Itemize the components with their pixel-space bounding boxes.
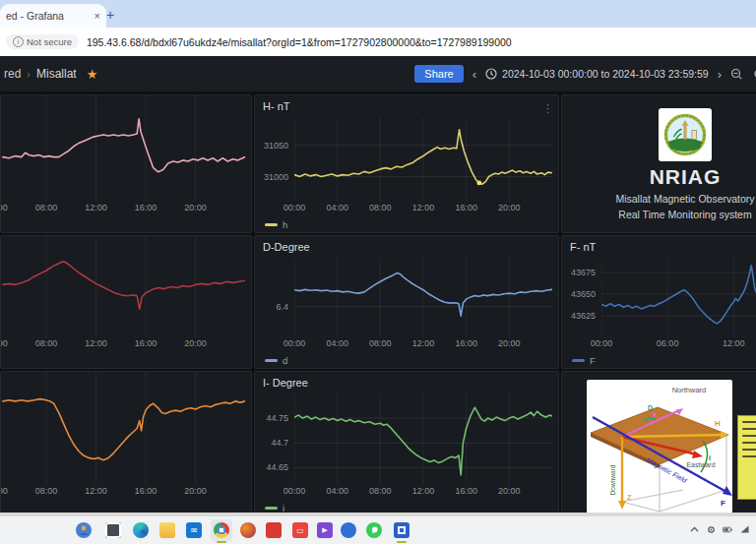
time-shift-forward-button[interactable]: › bbox=[718, 67, 722, 82]
panel-title[interactable]: I- Degree bbox=[255, 372, 558, 393]
chart-plot[interactable] bbox=[1, 95, 245, 202]
x-axis: 00:0004:0008:0012:0016:0020:00 bbox=[294, 338, 552, 352]
legend[interactable]: h bbox=[255, 216, 558, 232]
diagram-legend-box bbox=[737, 415, 756, 500]
panel-h: H- nT ⋮ 3100031050 00:0004:0008:0012:001… bbox=[254, 94, 559, 233]
nriag-logo bbox=[659, 108, 712, 161]
app-blue2-icon[interactable] bbox=[394, 522, 410, 538]
legend[interactable] bbox=[1, 216, 251, 232]
chart-plot[interactable] bbox=[294, 117, 552, 202]
y-axis: 44.6544.744.75 bbox=[255, 393, 294, 485]
label-h: H bbox=[715, 419, 721, 428]
panel-f: F- nT 436254365043675 00:0006:0012:00 F bbox=[561, 235, 756, 369]
panel-title[interactable]: D-Degree bbox=[255, 236, 558, 258]
panel-vector-diagram: Northward Eastward Downward Magnetic Fie… bbox=[561, 371, 756, 514]
panel-i: I- Degree 44.6544.744.75 00:0004:0008:00… bbox=[254, 371, 559, 514]
tab-close-icon[interactable]: × bbox=[94, 10, 100, 22]
firefox-icon[interactable] bbox=[240, 522, 256, 538]
clock-icon bbox=[485, 68, 497, 80]
app-blue-icon[interactable] bbox=[341, 522, 356, 538]
y-axis: 3100031050 bbox=[255, 117, 294, 202]
breadcrumb-folder[interactable]: red bbox=[4, 67, 21, 81]
task-view-icon[interactable] bbox=[105, 522, 121, 538]
label-northward: Northward bbox=[672, 386, 707, 394]
panel-top-left: 04:0008:0012:0016:0020:00 bbox=[0, 94, 252, 233]
chevron-up-icon[interactable] bbox=[689, 524, 699, 534]
label-d: D bbox=[648, 404, 653, 411]
x-axis: 00:0006:0012:00 bbox=[601, 338, 756, 352]
dashboard-canvas: 04:0008:0012:0016:0020:00 H- nT ⋮ 310003… bbox=[0, 91, 756, 514]
time-range-text: 2024-10-03 00:00:00 to 2024-10-03 23:59:… bbox=[502, 68, 709, 80]
label-x: X bbox=[652, 410, 658, 419]
whatsapp-icon[interactable] bbox=[366, 522, 382, 538]
label-f: F bbox=[721, 499, 725, 508]
refresh-icon[interactable] bbox=[752, 67, 756, 81]
time-range-picker[interactable]: 2024-10-03 00:00:00 to 2024-10-03 23:59:… bbox=[485, 68, 709, 80]
brand-name: NRIAG bbox=[650, 165, 722, 189]
breadcrumb-dashboard[interactable]: Misallat bbox=[36, 67, 77, 81]
edge-icon[interactable] bbox=[133, 522, 149, 538]
chart-plot[interactable] bbox=[1, 236, 245, 337]
legend[interactable]: d bbox=[255, 352, 558, 368]
user-avatar[interactable] bbox=[76, 522, 92, 538]
security-chip[interactable]: i Not secure bbox=[6, 34, 79, 49]
browser-tab-strip: ed - Grafana × + bbox=[0, 0, 756, 28]
info-icon: i bbox=[13, 36, 24, 47]
x-axis: 04:0008:0012:0016:0020:00 bbox=[1, 486, 245, 500]
legend[interactable]: F bbox=[562, 352, 756, 368]
network-icon[interactable] bbox=[739, 524, 749, 534]
favorite-star-icon[interactable]: ★ bbox=[87, 67, 98, 82]
mail-icon[interactable]: ✉ bbox=[186, 522, 202, 538]
y-axis: 436254365043675 bbox=[562, 258, 601, 337]
browser-tab[interactable]: ed - Grafana × bbox=[0, 4, 106, 28]
browser-url-bar[interactable]: i Not secure 195.43.6.68/d/bdxl67u6ukdz4… bbox=[0, 28, 756, 57]
chart-plot[interactable] bbox=[294, 393, 552, 485]
legend[interactable] bbox=[1, 352, 251, 368]
battery-icon[interactable] bbox=[723, 524, 732, 534]
label-downward: Downward bbox=[609, 464, 616, 495]
security-chip-label: Not secure bbox=[27, 36, 72, 47]
breadcrumb-separator: › bbox=[27, 68, 31, 80]
x-axis: 00:0004:0008:0012:0016:0020:00 bbox=[294, 486, 552, 500]
zoom-out-icon[interactable] bbox=[730, 68, 743, 81]
url-text[interactable]: 195.43.6.68/d/bdxl67u6ukdz4e/misallat?or… bbox=[87, 36, 512, 48]
tab-title: ed - Grafana bbox=[6, 10, 91, 22]
panel-branding: NRIAG Misallat Magnetic Observatory Real… bbox=[561, 94, 756, 233]
app-blue2-active-underline bbox=[397, 541, 407, 543]
time-shift-back-button[interactable]: ‹ bbox=[472, 67, 476, 82]
brand-line2: Real Time Monitoring system bbox=[618, 209, 751, 220]
app-red-icon[interactable] bbox=[266, 522, 282, 538]
chrome-active-underline bbox=[217, 541, 226, 543]
chart-plot[interactable] bbox=[1, 372, 245, 485]
label-z: Z bbox=[627, 493, 632, 502]
chart-plot[interactable] bbox=[294, 258, 552, 337]
panel-title[interactable]: H- nT ⋮ bbox=[255, 95, 558, 117]
folder-icon[interactable] bbox=[159, 522, 175, 538]
new-tab-button[interactable]: + bbox=[106, 8, 114, 22]
label-eastward: Eastward bbox=[686, 461, 715, 468]
taskbar[interactable]: ✉ ▭ ▶ bbox=[0, 515, 756, 544]
media-player-icon[interactable]: ▶ bbox=[317, 522, 333, 538]
system-tray[interactable] bbox=[689, 524, 749, 534]
label-i: I bbox=[709, 454, 711, 461]
panel-menu-icon[interactable]: ⋮ bbox=[542, 98, 553, 119]
grafana-header: red › Misallat ★ Share ‹ 2024-10-03 00:0… bbox=[0, 56, 756, 92]
geomagnetic-elements-diagram: Northward Eastward Downward Magnetic Fie… bbox=[587, 380, 732, 514]
panel-mid-left: 04:0008:0012:0016:0020:00 bbox=[0, 235, 252, 369]
chrome-icon[interactable] bbox=[214, 522, 229, 538]
brand-line1: Misallat Magnetic Observatory bbox=[615, 193, 754, 205]
share-button[interactable]: Share bbox=[414, 65, 463, 83]
y-axis: 6.4 bbox=[255, 258, 294, 337]
x-axis: 04:0008:0012:0016:0020:00 bbox=[1, 338, 245, 352]
panel-d: D-Degree 6.4 00:0004:0008:0012:0016:0020… bbox=[254, 235, 559, 369]
chart-plot[interactable] bbox=[601, 258, 756, 337]
x-axis: 04:0008:0012:0016:0020:00 bbox=[1, 203, 245, 216]
panel-bottom-left: 04:0008:0012:0016:0020:00 bbox=[0, 371, 252, 514]
gear-icon[interactable] bbox=[706, 524, 716, 534]
app-red2-icon[interactable]: ▭ bbox=[292, 522, 308, 538]
panel-title[interactable]: F- nT bbox=[562, 236, 756, 258]
x-axis: 00:0004:0008:0012:0016:0020:00 bbox=[294, 203, 552, 216]
